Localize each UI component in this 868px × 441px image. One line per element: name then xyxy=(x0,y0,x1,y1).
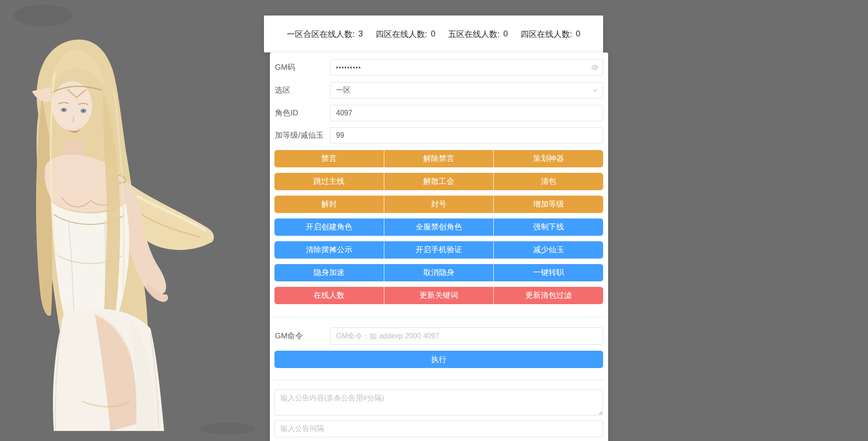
action-row-3: 解封 封号 增加等级 xyxy=(274,196,603,213)
clear-stall-notice-button[interactable]: 清除摆摊公示 xyxy=(274,241,384,259)
stat-zone4a-label: 四区在线人数: xyxy=(376,29,427,40)
unban-button[interactable]: 解封 xyxy=(274,196,384,213)
mute-button[interactable]: 禁言 xyxy=(274,150,384,167)
chevron-down-icon xyxy=(592,87,599,94)
password-visibility-icon[interactable] xyxy=(590,63,599,72)
enable-phone-verify-button[interactable]: 开启手机验证 xyxy=(384,241,494,259)
stealth-speed-button[interactable]: 隐身加速 xyxy=(274,264,384,281)
level-jade-field xyxy=(330,127,603,144)
disable-create-role-button[interactable]: 全服禁创角色 xyxy=(384,218,494,236)
announcement-content-textarea[interactable] xyxy=(274,389,603,415)
stat-zone5-label: 五区在线人数: xyxy=(448,29,500,40)
reduce-jade-button[interactable]: 减少仙玉 xyxy=(494,241,603,259)
gm-command-input[interactable] xyxy=(330,327,603,345)
stat-zone4a-value: 0 xyxy=(431,29,435,39)
online-count-button[interactable]: 在线人数 xyxy=(274,287,384,304)
action-row-7: 在线人数 更新关键词 更新清包过滤 xyxy=(274,287,603,304)
one-key-class-change-button[interactable]: 一键转职 xyxy=(494,264,603,281)
stat-zone4b: 四区在线人数: 0 xyxy=(521,29,580,40)
update-clearbag-filter-button[interactable]: 更新清包过滤 xyxy=(494,287,603,304)
gm-command-field xyxy=(330,327,603,345)
role-id-field xyxy=(330,105,603,121)
gm-command-row: GM命令 xyxy=(275,327,603,345)
gm-code-label: GM码 xyxy=(275,59,295,76)
action-row-2: 跳过主线 解散工会 清包 xyxy=(274,173,603,190)
stat-zone1-label: 一区合区在线人数: xyxy=(287,29,355,40)
force-offline-button[interactable]: 强制下线 xyxy=(494,218,603,236)
level-jade-row: 加等级/减仙玉 xyxy=(275,127,603,144)
character-figure xyxy=(32,40,214,431)
gm-code-row: GM码 xyxy=(275,59,603,76)
stat-zone1: 一区合区在线人数: 3 xyxy=(287,29,363,40)
stat-zone4b-value: 0 xyxy=(576,29,580,39)
stat-zone5: 五区在线人数: 0 xyxy=(448,29,508,40)
ban-button[interactable]: 封号 xyxy=(384,196,494,213)
gm-code-input[interactable] xyxy=(330,59,603,76)
disband-guild-button[interactable]: 解散工会 xyxy=(384,173,494,190)
zone-label: 选区 xyxy=(275,82,290,99)
stat-zone4b-label: 四区在线人数: xyxy=(521,29,572,40)
stat-zone5-value: 0 xyxy=(503,29,508,39)
enable-create-role-button[interactable]: 开启创建角色 xyxy=(274,218,384,236)
cancel-stealth-button[interactable]: 取消隐身 xyxy=(384,264,494,281)
elf-character-illustration xyxy=(0,0,283,441)
action-row-1: 禁言 解除禁言 策划神器 xyxy=(274,150,603,167)
gm-panel: GM码 选区 一区 角色ID xyxy=(270,52,608,441)
planner-tool-button[interactable]: 策划神器 xyxy=(494,150,603,167)
action-row-6: 隐身加速 取消隐身 一键转职 xyxy=(274,264,603,281)
level-jade-input[interactable] xyxy=(330,127,603,144)
zone-field: 一区 xyxy=(330,82,603,99)
execute-button[interactable]: 执行 xyxy=(274,351,603,368)
skip-mainline-button[interactable]: 跳过主线 xyxy=(274,173,384,190)
character-artwork xyxy=(0,0,283,441)
unmute-button[interactable]: 解除禁言 xyxy=(384,150,494,167)
role-id-row: 角色ID xyxy=(275,105,603,121)
level-jade-label: 加等级/减仙玉 xyxy=(275,127,324,144)
update-keywords-button[interactable]: 更新关键词 xyxy=(384,287,494,304)
stat-zone4a: 四区在线人数: 0 xyxy=(376,29,435,40)
online-stats-bar: 一区合区在线人数: 3 四区在线人数: 0 五区在线人数: 0 四区在线人数: … xyxy=(264,16,603,52)
action-row-4: 开启创建角色 全服禁创角色 强制下线 xyxy=(274,218,603,236)
divider xyxy=(274,317,604,317)
action-row-5: 清除摆摊公示 开启手机验证 减少仙玉 xyxy=(274,241,603,259)
add-level-button[interactable]: 增加等级 xyxy=(494,196,603,213)
role-id-input[interactable] xyxy=(330,105,603,121)
gm-command-label: GM命令 xyxy=(275,327,303,345)
clear-bag-button[interactable]: 清包 xyxy=(494,173,603,190)
announcement-interval-input[interactable] xyxy=(274,420,603,437)
zone-row: 选区 一区 xyxy=(275,82,603,99)
zone-select[interactable]: 一区 xyxy=(330,82,603,99)
gm-code-field xyxy=(330,59,603,76)
divider xyxy=(274,380,604,380)
role-id-label: 角色ID xyxy=(275,105,298,121)
stat-zone1-value: 3 xyxy=(358,29,363,39)
